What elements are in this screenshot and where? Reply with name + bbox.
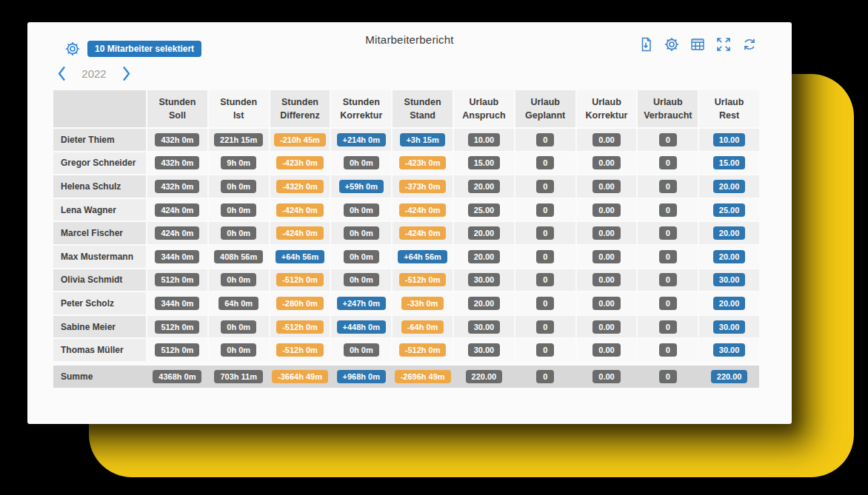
value-badge: 0h 0m <box>221 273 256 286</box>
value-badge: 20.00 <box>713 297 746 310</box>
value-cell: 0.00 <box>577 199 637 221</box>
employee-name: Olivia Schmidt <box>53 269 146 292</box>
value-cell: 30.00 <box>454 269 514 292</box>
column-header: StundenStand <box>393 90 453 127</box>
fullscreen-icon[interactable] <box>715 36 732 53</box>
value-cell: 432h 0m <box>147 129 207 151</box>
value-badge: 0 <box>659 180 677 193</box>
column-header: StundenKorrektur <box>331 90 391 127</box>
value-badge: 20.00 <box>468 226 501 240</box>
value-cell: 0 <box>638 269 698 292</box>
value-cell: -33h 0m <box>393 292 453 314</box>
value-badge: 344h 0m <box>155 250 199 263</box>
value-badge: +64h 56m <box>276 250 324 263</box>
table-row: Sabine Meier512h 0m0h 0m-512h 0m+448h 0m… <box>53 316 759 338</box>
value-cell: 0 <box>515 129 575 151</box>
filter-gear-icon[interactable] <box>64 40 81 58</box>
value-cell: 0.00 <box>577 339 637 361</box>
value-cell: 344h 0m <box>147 292 207 314</box>
value-cell: 0 <box>638 175 698 198</box>
value-cell: -432h 0m <box>270 175 330 198</box>
value-cell: 0 <box>515 175 575 198</box>
value-cell: -424h 0m <box>393 199 453 221</box>
value-badge: 30.00 <box>713 320 746 334</box>
employee-name: Helena Schulz <box>53 175 146 198</box>
value-cell: 0 <box>515 222 575 244</box>
value-badge: 0.00 <box>592 133 620 147</box>
employee-name: Peter Scholz <box>53 292 146 314</box>
value-badge: 0h 0m <box>221 226 256 240</box>
value-badge: 0h 0m <box>221 180 256 193</box>
value-cell: -423h 0m <box>393 152 453 175</box>
value-cell: 30.00 <box>454 316 514 338</box>
value-badge: 344h 0m <box>155 297 199 310</box>
export-icon[interactable] <box>637 36 655 53</box>
column-header: UrlaubAnspruch <box>454 90 514 127</box>
value-badge: -512h 0m <box>399 343 447 357</box>
value-badge: 0 <box>659 273 677 286</box>
column-header: UrlaubVerbraucht <box>638 90 698 127</box>
value-cell: +448h 0m <box>331 316 391 338</box>
value-cell: 220.00 <box>454 366 514 388</box>
value-cell: 0 <box>515 246 575 268</box>
value-badge: -64h 0m <box>401 320 444 334</box>
value-badge: 20.00 <box>713 226 746 240</box>
value-badge: -280h 0m <box>276 297 324 310</box>
value-badge: -512h 0m <box>276 343 324 357</box>
value-badge: -432h 0m <box>276 180 324 193</box>
table-row: Helena Schulz432h 0m0h 0m-432h 0m+59h 0m… <box>53 175 759 198</box>
value-badge: 20.00 <box>713 180 746 193</box>
column-header: StundenSoll <box>147 90 207 127</box>
value-cell: 30.00 <box>699 316 759 338</box>
value-badge: 0 <box>536 156 554 169</box>
value-cell: 0 <box>638 339 698 361</box>
report-card: Mitarbeiterbericht 10 Mitarbeiter selekt… <box>27 22 792 424</box>
value-badge: 0.00 <box>592 250 620 263</box>
selection-count-badge[interactable]: 10 Mitarbeiter selektiert <box>87 41 201 57</box>
value-badge: 0 <box>536 180 554 193</box>
value-badge: -3664h 49m <box>272 370 328 383</box>
value-cell: 221h 15m <box>209 129 269 151</box>
employee-name: Marcel Fischer <box>53 222 146 244</box>
refresh-icon[interactable] <box>741 36 758 53</box>
value-badge: 432h 0m <box>155 156 199 169</box>
value-badge: 220.00 <box>711 370 748 383</box>
value-cell: 0 <box>515 316 575 338</box>
value-cell: 0.00 <box>577 152 637 175</box>
value-badge: 432h 0m <box>155 180 199 193</box>
value-badge: 20.00 <box>713 250 746 263</box>
value-cell: +968h 0m <box>331 366 391 388</box>
value-cell: 0.00 <box>577 269 637 292</box>
value-badge: 512h 0m <box>155 273 199 286</box>
value-badge: -424h 0m <box>399 203 447 217</box>
value-cell: 424h 0m <box>147 222 207 244</box>
value-cell: +64h 56m <box>393 246 453 268</box>
value-badge: 221h 15m <box>214 133 263 147</box>
previous-year-icon[interactable] <box>56 65 68 82</box>
value-badge: 0.00 <box>592 203 620 217</box>
value-badge: 20.00 <box>468 180 501 193</box>
value-badge: 4368h 0m <box>153 370 201 383</box>
value-cell: 25.00 <box>454 199 514 221</box>
value-cell: 0h 0m <box>331 269 391 292</box>
next-year-icon[interactable] <box>120 65 132 82</box>
value-cell: -64h 0m <box>393 316 453 338</box>
employee-name: Lena Wagner <box>53 199 146 221</box>
value-cell: 424h 0m <box>147 199 207 221</box>
table-view-icon[interactable] <box>689 36 707 53</box>
value-cell: -280h 0m <box>270 292 330 314</box>
settings-gear-icon[interactable] <box>663 36 681 53</box>
value-badge: 15.00 <box>468 156 501 169</box>
value-badge: 30.00 <box>713 343 746 357</box>
value-badge: 0.00 <box>592 156 620 169</box>
value-cell: 0 <box>638 316 698 338</box>
value-cell: 512h 0m <box>147 316 207 338</box>
value-badge: -512h 0m <box>276 273 324 286</box>
value-badge: 0h 0m <box>344 250 379 263</box>
value-cell: -424h 0m <box>270 222 330 244</box>
value-badge: 432h 0m <box>155 133 199 147</box>
column-header: UrlaubGeplannt <box>515 90 575 127</box>
value-cell: 0.00 <box>577 222 637 244</box>
value-cell: 25.00 <box>699 199 759 221</box>
value-badge: 0h 0m <box>344 156 379 169</box>
